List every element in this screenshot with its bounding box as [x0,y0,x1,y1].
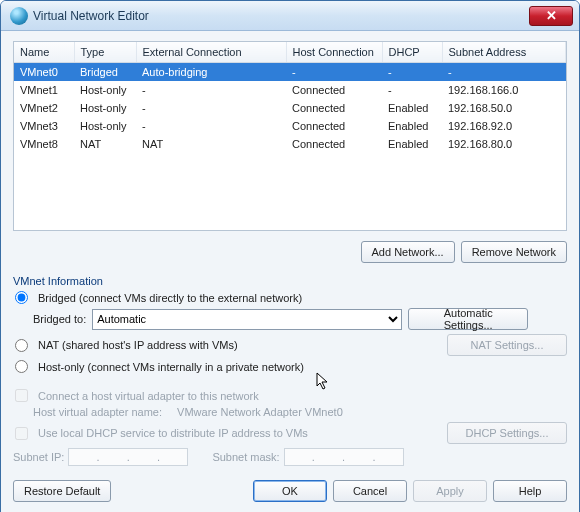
vmnet-info-title: VMnet Information [13,275,567,287]
subnet-ip-label: Subnet IP: [13,451,64,463]
cell-name: VMnet1 [14,81,74,99]
cell-ext: Auto-bridging [136,63,286,82]
cell-type: NAT [74,135,136,153]
close-button[interactable]: ✕ [529,6,573,26]
dhcp-label: Use local DHCP service to distribute IP … [38,427,308,439]
cell-name: VMnet2 [14,99,74,117]
cell-ext: NAT [136,135,286,153]
cell-name: VMnet8 [14,135,74,153]
hostonly-radio[interactable] [15,360,28,373]
cell-type: Host-only [74,99,136,117]
cell-host: Connected [286,135,382,153]
titlebar: Virtual Network Editor ✕ [1,1,579,31]
help-button[interactable]: Help [493,480,567,502]
bridged-to-select[interactable]: Automatic [92,309,402,330]
cell-ext: - [136,117,286,135]
dhcp-settings-button[interactable]: DHCP Settings... [447,422,567,444]
restore-default-button[interactable]: Restore Default [13,480,111,502]
table-row[interactable]: VMnet8NATNATConnectedEnabled192.168.80.0 [14,135,566,153]
close-icon: ✕ [546,8,557,23]
window-title: Virtual Network Editor [33,9,529,23]
apply-button[interactable]: Apply [413,480,487,502]
cell-dhcp: Enabled [382,99,442,117]
cell-subnet: 192.168.50.0 [442,99,566,117]
cell-subnet: 192.168.92.0 [442,117,566,135]
nat-radio[interactable] [15,339,28,352]
subnet-mask-label: Subnet mask: [212,451,279,463]
dhcp-check[interactable] [15,427,28,440]
remove-network-button[interactable]: Remove Network [461,241,567,263]
nat-label: NAT (shared host's IP address with VMs) [38,339,238,351]
col-subnet[interactable]: Subnet Address [442,42,566,63]
cell-type: Host-only [74,117,136,135]
network-table[interactable]: Name Type External Connection Host Conne… [13,41,567,231]
nat-settings-button[interactable]: NAT Settings... [447,334,567,356]
app-icon [10,7,28,25]
cell-host: Connected [286,99,382,117]
col-type[interactable]: Type [74,42,136,63]
bridged-label: Bridged (connect VMs directly to the ext… [38,292,302,304]
col-host[interactable]: Host Connection [286,42,382,63]
cell-subnet: 192.168.166.0 [442,81,566,99]
cell-host: - [286,63,382,82]
cell-dhcp: - [382,63,442,82]
cell-subnet: - [442,63,566,82]
host-adapter-name-value: VMware Network Adapter VMnet0 [177,406,343,418]
col-name[interactable]: Name [14,42,74,63]
subnet-ip-field: ... [68,448,188,466]
cancel-button[interactable]: Cancel [333,480,407,502]
col-external[interactable]: External Connection [136,42,286,63]
cell-ext: - [136,81,286,99]
cell-ext: - [136,99,286,117]
ok-button[interactable]: OK [253,480,327,502]
table-row[interactable]: VMnet1Host-only-Connected-192.168.166.0 [14,81,566,99]
cell-dhcp: - [382,81,442,99]
cell-subnet: 192.168.80.0 [442,135,566,153]
col-dhcp[interactable]: DHCP [382,42,442,63]
table-row[interactable]: VMnet3Host-only-ConnectedEnabled192.168.… [14,117,566,135]
cell-host: Connected [286,117,382,135]
subnet-mask-field: ... [284,448,404,466]
cell-host: Connected [286,81,382,99]
automatic-settings-button[interactable]: Automatic Settings... [408,308,528,330]
hostonly-label: Host-only (connect VMs internally in a p… [38,361,304,373]
cell-name: VMnet0 [14,63,74,82]
cell-type: Bridged [74,63,136,82]
connect-adapter-label: Connect a host virtual adapter to this n… [38,390,259,402]
cell-type: Host-only [74,81,136,99]
table-row[interactable]: VMnet2Host-only-ConnectedEnabled192.168.… [14,99,566,117]
table-row[interactable]: VMnet0BridgedAuto-bridging--- [14,63,566,82]
bridged-to-label: Bridged to: [33,313,86,325]
cell-name: VMnet3 [14,117,74,135]
cell-dhcp: Enabled [382,117,442,135]
connect-adapter-check[interactable] [15,389,28,402]
cell-dhcp: Enabled [382,135,442,153]
bridged-radio[interactable] [15,291,28,304]
add-network-button[interactable]: Add Network... [361,241,455,263]
host-adapter-name-label: Host virtual adapter name: [33,406,162,418]
